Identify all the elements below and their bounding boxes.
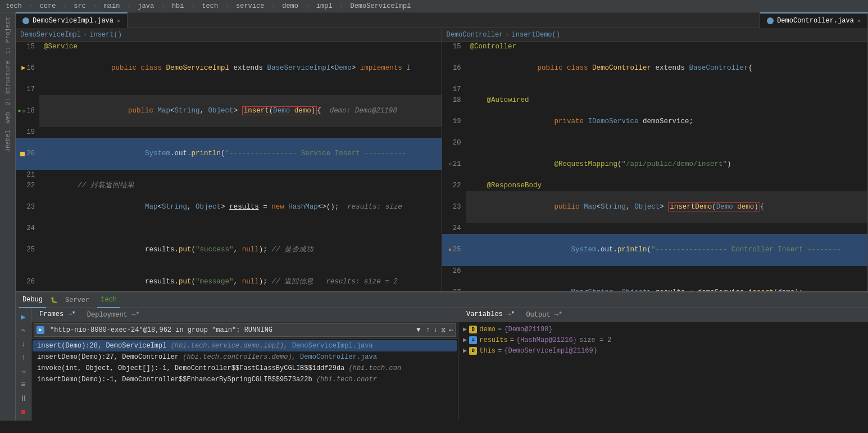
var-this-eq: = bbox=[498, 347, 502, 355]
nav-file[interactable]: DemoServiceImpl bbox=[348, 2, 413, 10]
debug-tab[interactable]: Debug bbox=[19, 292, 46, 308]
debug-content: ▶ ↷ ↓ ↑ ⇥ ≡ ⏸ ■ Frames →* Deployment →* bbox=[16, 308, 868, 421]
nav-core[interactable]: core bbox=[38, 2, 58, 10]
nav-service[interactable]: service bbox=[234, 2, 266, 10]
frame-label-1: insertDemo(Demo):27, DemoController bbox=[37, 353, 183, 361]
thread-filter-btn[interactable]: ⧖ bbox=[441, 326, 446, 334]
frames-tab[interactable]: Frames →* bbox=[36, 308, 79, 323]
r-code-line-17: 17 bbox=[442, 84, 868, 95]
var-this-icon: D bbox=[469, 347, 477, 355]
left-sidebar: 1: Project 2: Structure Web JRebel bbox=[0, 12, 16, 421]
pause-btn[interactable]: ⏸ bbox=[17, 394, 30, 404]
left-code-area[interactable]: 15 @Service ▶16 public class DemoService… bbox=[16, 42, 442, 291]
r-code-line-16: 16 public class DemoController extends B… bbox=[442, 52, 868, 84]
code-line-15: 15 @Service bbox=[16, 42, 442, 52]
vars-header: Variables →* Output →* bbox=[458, 308, 868, 322]
var-demo-eq: = bbox=[498, 326, 502, 333]
thread-down-btn[interactable]: ↓ bbox=[434, 326, 438, 334]
var-demo-name: demo bbox=[479, 326, 496, 333]
code-line-18: ● ◇ 18 public Map<String, Object> insert… bbox=[16, 95, 442, 127]
var-demo-expand[interactable]: ▶ bbox=[463, 325, 467, 333]
close-left-tab[interactable]: ✕ bbox=[117, 17, 120, 24]
right-code-area[interactable]: 15 @Controller 16 public class DemoContr… bbox=[442, 42, 868, 291]
sidebar-project[interactable]: 1: Project bbox=[3, 15, 12, 56]
var-results-expand[interactable]: ▶ bbox=[463, 336, 467, 344]
frame-item-1[interactable]: insertDemo(Demo):27, DemoController (hbi… bbox=[33, 351, 457, 363]
debug-variables-panel: Variables →* Output →* ▶ D demo = bbox=[458, 308, 868, 421]
var-results-icon: ≡ bbox=[469, 336, 477, 344]
code-line-26: 26 results.put("message", null); // 返回信息… bbox=[16, 266, 442, 291]
sidebar-jrebel[interactable]: JRebel bbox=[3, 128, 12, 155]
code-line-19: 19 bbox=[16, 127, 442, 138]
r-code-line-20: 20 bbox=[442, 138, 868, 148]
r-code-line-27: 27 Map<String, Object> results = demoSer… bbox=[442, 277, 868, 291]
step-out-btn[interactable]: ↑ bbox=[17, 353, 30, 363]
editor-container: DemoServiceImpl.java ✕ DemoController.ja… bbox=[16, 12, 868, 421]
var-this-name: this bbox=[479, 347, 496, 355]
deployment-tab[interactable]: Deployment →* bbox=[84, 308, 143, 323]
var-this-value: {DemoServiceImpl@21169} bbox=[504, 347, 597, 355]
breadcrumb-method-right[interactable]: insertDemo() bbox=[512, 31, 560, 39]
nav-src[interactable]: src bbox=[71, 2, 88, 10]
frame-loc-1: (hbi.tech.controllers.demo), bbox=[183, 353, 300, 361]
code-line-20: 20 System.out.println("---------------- … bbox=[16, 138, 442, 170]
thread-up-btn[interactable]: ↑ bbox=[426, 326, 430, 334]
breadcrumb-class-right[interactable]: DemoController bbox=[447, 31, 503, 39]
thread-more-btn[interactable]: ⋯ bbox=[449, 326, 453, 335]
close-right-tab[interactable]: ✕ bbox=[857, 17, 861, 24]
nav-hbi[interactable]: hbi bbox=[170, 2, 187, 10]
step-over-btn[interactable]: ↷ bbox=[17, 325, 30, 335]
thread-dropdown-icon[interactable]: ▼ bbox=[416, 326, 420, 334]
var-this[interactable]: ▶ D this = {DemoServiceImpl@21169} bbox=[458, 345, 868, 356]
java-file-icon bbox=[22, 17, 29, 24]
var-results-extra: size = 2 bbox=[579, 336, 612, 344]
thread-selector[interactable]: ▶ "http-nio-8080-exec-24"@18,962 in grou… bbox=[34, 323, 456, 337]
right-editor-pane: DemoController › insertDemo() 15 @Contro… bbox=[442, 28, 869, 291]
run-to-cursor-btn[interactable]: ⇥ bbox=[17, 366, 30, 376]
var-results[interactable]: ▶ ≡ results = {HashMap@21216} size = 2 bbox=[458, 335, 868, 345]
sidebar-web[interactable]: Web bbox=[3, 110, 12, 125]
stop-btn[interactable]: ■ bbox=[17, 407, 30, 417]
var-demo-value: {Demo@21198} bbox=[504, 326, 552, 333]
main-layout: tech › core › src › main › java › hbi › … bbox=[0, 0, 868, 421]
code-line-17: 17 bbox=[16, 84, 442, 95]
content-area: 1: Project 2: Structure Web JRebel DemoS… bbox=[0, 12, 868, 421]
nav-impl[interactable]: impl bbox=[314, 2, 335, 10]
variables-list: ▶ D demo = {Demo@21198} ▶ ≡ results bbox=[458, 322, 868, 421]
nav-main[interactable]: main bbox=[102, 2, 122, 10]
top-bar: tech › core › src › main › java › hbi › … bbox=[0, 0, 868, 12]
tab-demo-controller[interactable]: DemoController.java ✕ bbox=[760, 12, 868, 28]
tech-tab[interactable]: tech bbox=[97, 292, 120, 308]
frame-item-0[interactable]: insert(Demo):28, DemoServiceImpl (hbi.te… bbox=[33, 340, 457, 351]
nav-tech[interactable]: tech bbox=[3, 2, 24, 10]
sidebar-structure[interactable]: 2: Structure bbox=[3, 58, 12, 107]
var-demo[interactable]: ▶ D demo = {Demo@21198} bbox=[458, 324, 868, 335]
nav-demo[interactable]: demo bbox=[280, 2, 301, 10]
breadcrumb-method-left[interactable]: insert() bbox=[89, 31, 122, 39]
nav-tech2[interactable]: tech bbox=[199, 2, 220, 10]
debug-frames-panel: Frames →* Deployment →* ▶ "http-nio-8080… bbox=[31, 308, 458, 421]
tab-demo-service-impl[interactable]: DemoServiceImpl.java ✕ bbox=[16, 12, 128, 28]
variables-tab[interactable]: Variables →* bbox=[463, 308, 518, 323]
right-breadcrumb: DemoController › insertDemo() bbox=[442, 28, 868, 42]
frame-file-0: DemoServiceImpl.java bbox=[292, 342, 373, 350]
var-results-name: results bbox=[479, 336, 507, 344]
code-line-21: 21 bbox=[16, 170, 442, 181]
server-tab[interactable]: Server bbox=[62, 292, 93, 308]
var-demo-icon: D bbox=[469, 326, 477, 333]
var-results-value: {HashMap@21216} bbox=[516, 336, 577, 344]
frame-item-2[interactable]: invoke(int, Object, Object[]):-1, DemoCo… bbox=[33, 363, 457, 374]
r-code-line-25: ● 25 System.out.println("---------------… bbox=[442, 234, 868, 266]
output-tab[interactable]: Output →* bbox=[522, 308, 566, 323]
resume-btn[interactable]: ▶ bbox=[17, 312, 30, 322]
step-into-btn[interactable]: ↓ bbox=[17, 339, 30, 349]
frame-loc-2: (hbi.tech.con bbox=[349, 364, 402, 372]
frame-item-3[interactable]: insertDemo(Demo):-1, DemoController$$Enh… bbox=[33, 374, 457, 385]
var-this-expand[interactable]: ▶ bbox=[463, 346, 467, 355]
evaluate-btn[interactable]: ≡ bbox=[17, 380, 30, 390]
nav-java[interactable]: java bbox=[135, 2, 156, 10]
code-line-22: 22 // 封装返回结果 bbox=[16, 181, 442, 191]
frame-label-2: invoke(int, Object, Object[]):-1, DemoCo… bbox=[37, 364, 349, 372]
frames-list: insert(Demo):28, DemoServiceImpl (hbi.te… bbox=[31, 339, 458, 421]
breadcrumb-class-left[interactable]: DemoServiceImpl bbox=[20, 31, 81, 39]
